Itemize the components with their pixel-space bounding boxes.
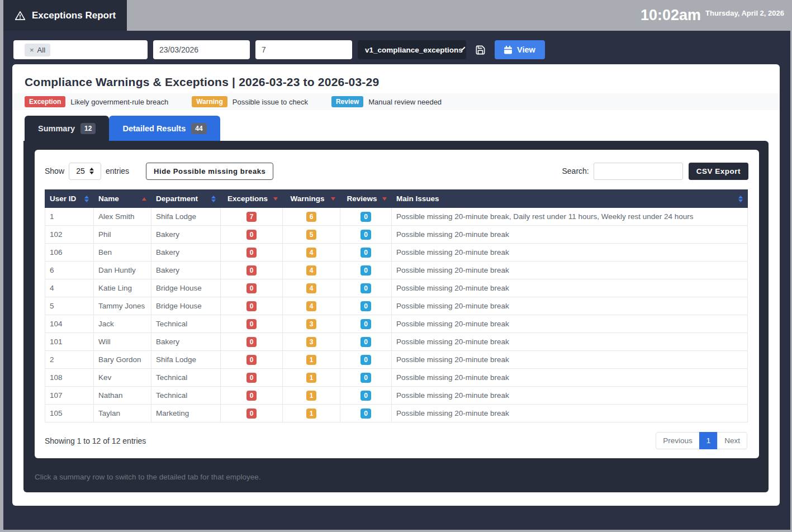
cell-main_issues: Possible missing 20-minute break [392, 244, 748, 262]
reviews-count-badge: 0 [361, 283, 371, 293]
report-select[interactable]: v1_compliance_exceptions [358, 40, 466, 59]
clock: 10:02am Thursday, April 2, 2026 [641, 0, 784, 31]
cell-reviews: 0 [340, 405, 392, 422]
reviews-count-badge: 0 [361, 301, 371, 311]
exceptions-count-badge: 0 [246, 355, 257, 365]
table-row[interactable]: 5Tammy JonesBridge House040Possible miss… [45, 297, 748, 315]
exceptions-count-badge: 7 [246, 212, 257, 222]
cell-department: Bakery [151, 244, 221, 262]
table-row[interactable]: 108KevTechnical010Possible missing 20-mi… [45, 369, 748, 387]
column-header-department[interactable]: Department [151, 190, 221, 208]
table-row[interactable]: 1Alex SmithShifa Lodge760Possible missin… [45, 208, 748, 226]
warnings-count-badge: 4 [306, 248, 317, 258]
reviews-count-badge: 0 [361, 391, 371, 401]
page-title: Compliance Warnings & Exceptions | 2026-… [25, 75, 379, 89]
tab-summary[interactable]: Summary 12 [25, 116, 109, 141]
previous-page-button[interactable]: Previous [656, 432, 700, 449]
cell-warnings: 1 [283, 387, 340, 405]
cell-exceptions: 0 [221, 244, 283, 262]
save-button[interactable] [475, 45, 486, 55]
view-button-label: View [517, 45, 535, 54]
days-input[interactable] [255, 40, 352, 59]
save-icon [475, 45, 486, 55]
column-header-exceptions[interactable]: Exceptions [221, 190, 283, 208]
cell-exceptions: 0 [221, 297, 283, 315]
csv-export-button[interactable]: CSV Export [689, 163, 748, 180]
hide-missing-breaks-button[interactable]: Hide Possible missing breaks [146, 163, 273, 180]
reviews-count-badge: 0 [361, 319, 371, 329]
table-row[interactable]: 6Dan HuntlyBakery040Possible missing 20-… [45, 262, 748, 279]
search-label: Search: [562, 167, 589, 175]
cell-warnings: 4 [283, 297, 340, 315]
app-tab-title: Exceptions Report [32, 10, 116, 21]
legend-item-exception: Exception Likely government-rule breach [25, 96, 168, 107]
tab-detailed-results-count-badge: 44 [191, 123, 206, 134]
cell-exceptions: 0 [221, 333, 283, 351]
cell-reviews: 0 [340, 369, 392, 387]
cell-main_issues: Possible missing 20-minute break [392, 297, 748, 315]
cell-department: Bakery [151, 333, 221, 351]
sort-asc-icon [142, 197, 146, 201]
warning-badge: Warning [192, 96, 227, 107]
cell-reviews: 0 [340, 315, 392, 333]
start-date-input[interactable] [153, 40, 250, 59]
search-input[interactable] [594, 163, 683, 180]
warnings-count-badge: 1 [306, 408, 317, 419]
reviews-count-badge: 0 [361, 212, 371, 222]
cell-department: Shifa Lodge [151, 351, 221, 369]
cell-user_id: 107 [45, 387, 94, 405]
table-header-row: User IDNameDepartmentExceptionsWarningsR… [45, 190, 748, 208]
table-row[interactable]: 101WillBakery030Possible missing 20-minu… [45, 333, 748, 351]
column-header-main_issues[interactable]: Main Issues [392, 190, 748, 208]
reviews-count-badge: 0 [361, 355, 371, 365]
cell-warnings: 4 [283, 279, 340, 297]
cell-user_id: 5 [45, 297, 94, 315]
cell-reviews: 0 [340, 297, 392, 315]
table-row[interactable]: 106BenBakery040Possible missing 20-minut… [45, 244, 748, 262]
tab-detailed-results-label: Detailed Results [122, 124, 186, 133]
next-page-button[interactable]: Next [717, 432, 747, 449]
legend-item-warning: Warning Possible issue to check [192, 96, 308, 107]
calendar-icon [504, 46, 512, 54]
legend-item-review: Review Manual review needed [331, 96, 442, 107]
warning-triangle-icon [15, 10, 26, 21]
table-row[interactable]: 4Katie LingBridge House040Possible missi… [45, 279, 748, 297]
table-row[interactable]: 102PhilBakery050Possible missing 20-minu… [45, 226, 748, 244]
cell-user_id: 1 [45, 208, 94, 226]
table-row[interactable]: 2Bary GordonShifa Lodge010Possible missi… [45, 351, 748, 369]
cell-name: Katie Ling [94, 279, 151, 297]
cell-main_issues: Possible missing 20-minute break [392, 279, 748, 297]
cell-warnings: 4 [283, 262, 340, 279]
scope-filter-input[interactable]: × All [13, 40, 148, 59]
column-label-exceptions: Exceptions [227, 194, 268, 203]
showing-entries-text: Showing 1 to 12 of 12 entries [45, 436, 146, 445]
app-tab-exceptions-report[interactable]: Exceptions Report [3, 0, 127, 31]
warnings-count-badge: 1 [306, 373, 317, 383]
column-header-user_id[interactable]: User ID [45, 190, 94, 208]
tab-detailed-results[interactable]: Detailed Results 44 [109, 116, 220, 141]
table-row[interactable]: 107NathanTechnical010Possible missing 20… [45, 387, 748, 405]
cell-reviews: 0 [340, 387, 392, 405]
cell-exceptions: 0 [221, 315, 283, 333]
page-1-button[interactable]: 1 [699, 432, 718, 449]
warnings-count-badge: 6 [306, 212, 317, 222]
warnings-count-badge: 5 [306, 230, 317, 240]
cell-reviews: 0 [340, 333, 392, 351]
column-header-name[interactable]: Name [94, 190, 151, 208]
column-header-reviews[interactable]: Reviews [340, 190, 392, 208]
legend-bar: Exception Likely government-rule breach … [12, 93, 780, 110]
warnings-count-badge: 3 [306, 337, 317, 347]
window-titlebar: Exceptions Report 10:02am Thursday, Apri… [0, 0, 792, 31]
column-header-warnings[interactable]: Warnings [283, 190, 340, 208]
scope-chip: × All [25, 44, 50, 56]
exception-description: Likely government-rule breach [70, 98, 168, 106]
sort-desc-icon [331, 197, 335, 201]
warning-description: Possible issue to check [233, 98, 308, 106]
chip-remove-icon[interactable]: × [30, 46, 34, 54]
page-length-select[interactable]: 25 [69, 163, 101, 180]
cell-department: Marketing [151, 405, 221, 422]
cell-name: Bary Gordon [94, 351, 151, 369]
table-row[interactable]: 105TaylanMarketing010Possible missing 20… [45, 405, 748, 422]
table-row[interactable]: 104JackTechnical030Possible missing 20-m… [45, 315, 748, 333]
view-button[interactable]: View [495, 40, 545, 59]
